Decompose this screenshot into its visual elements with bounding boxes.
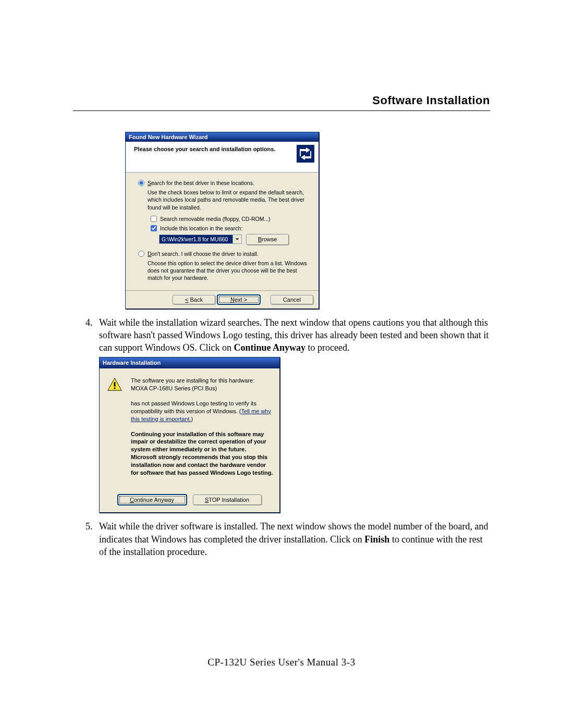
location-path-combo[interactable]: G:\Win2k\ver1.8 for MU860 bbox=[159, 235, 242, 244]
wizard-subheader: Please choose your search and installati… bbox=[126, 142, 319, 172]
warning-device: MOXA CP-168U Series (PCI Bus) bbox=[131, 385, 273, 392]
warning-line1: The software you are installing for this… bbox=[131, 377, 273, 385]
step-4: Wait while the installation wizard searc… bbox=[95, 316, 490, 513]
svg-rect-1 bbox=[114, 388, 116, 389]
radio-dont-search-label: Don't search. I will choose the driver t… bbox=[148, 250, 259, 257]
checkbox-include-location-label: Include this location in the search: bbox=[160, 225, 242, 232]
step-5: Wait while the driver software is instal… bbox=[95, 520, 490, 558]
search-best-description: Use the check boxes below to limit or ex… bbox=[148, 189, 311, 211]
continue-anyway-button[interactable]: Continue Anyway bbox=[118, 495, 187, 505]
warning-icon bbox=[106, 377, 124, 392]
radio-search-best-label: Search for the best driver in these loca… bbox=[148, 179, 254, 187]
warning-strong: Continuing your installation of this sof… bbox=[131, 430, 273, 477]
stop-installation-button[interactable]: STOP Installation bbox=[193, 495, 262, 505]
browse-button[interactable]: Browse bbox=[246, 234, 289, 245]
dont-search-description: Choose this option to select the device … bbox=[148, 260, 311, 282]
radio-search-best[interactable] bbox=[138, 180, 144, 186]
wizard-dialog: Found New Hardware Wizard Please choose … bbox=[125, 132, 319, 309]
chevron-down-icon[interactable] bbox=[232, 235, 242, 244]
back-button[interactable]: < Back bbox=[173, 295, 215, 304]
checkbox-removable-media[interactable] bbox=[151, 216, 157, 222]
wizard-titlebar: Found New Hardware Wizard bbox=[126, 132, 319, 142]
wizard-subtitle: Please choose your search and installati… bbox=[134, 146, 275, 152]
page-footer: CP-132U Series User's Manual 3-3 bbox=[0, 657, 563, 668]
checkbox-include-location[interactable] bbox=[151, 225, 157, 231]
warning-line2a: has not passed Windows Logo testing to v… bbox=[131, 400, 256, 414]
header-rule bbox=[73, 110, 490, 111]
cancel-button[interactable]: Cancel bbox=[271, 295, 313, 304]
wizard-header-icon bbox=[297, 145, 314, 163]
radio-dont-search[interactable] bbox=[138, 251, 144, 257]
next-button[interactable]: Next > bbox=[217, 295, 260, 304]
location-path-value: G:\Win2k\ver1.8 for MU860 bbox=[159, 235, 232, 244]
checkbox-removable-media-label: Search removable media (floppy, CD-ROM..… bbox=[160, 215, 271, 223]
hardware-installation-dialog: Hardware Installation The software you a… bbox=[99, 357, 280, 513]
page-header-title: Software Installation bbox=[73, 94, 490, 107]
warning-line2c: ) bbox=[191, 416, 193, 422]
svg-rect-0 bbox=[114, 382, 116, 387]
warning-titlebar: Hardware Installation bbox=[100, 357, 279, 368]
